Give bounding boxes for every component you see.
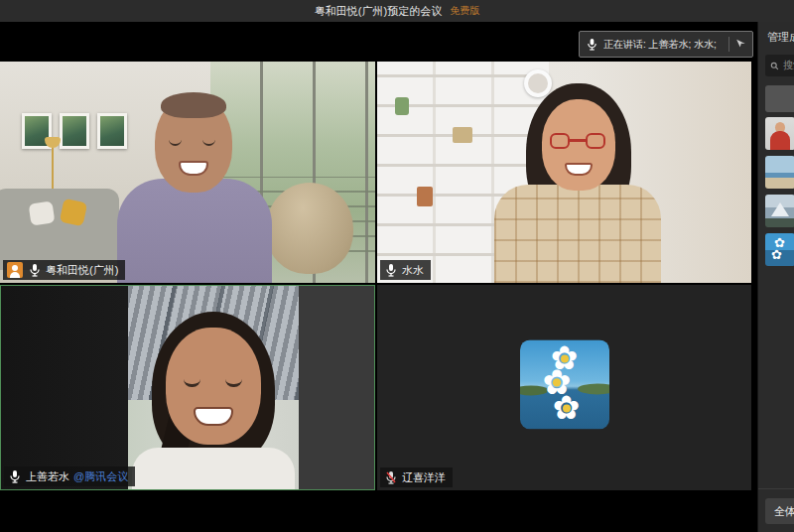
manage-members-panel: 管理成员 搜索成员 ✿ ✿ 全体静音 [757, 22, 794, 532]
mute-all-button[interactable]: 全体静音 [765, 498, 794, 524]
now-speaking-text: 正在讲话: 上善若水; 水水; [603, 38, 724, 52]
microphone-icon [28, 263, 42, 277]
participant-nameplate: 粤和田悦(广州) [3, 260, 125, 280]
member-thumbnail-daisies[interactable]: ✿ ✿ [765, 233, 794, 266]
active-audio-badge-icon [7, 262, 23, 278]
banner-divider [728, 37, 729, 52]
floor-lamp [52, 147, 54, 193]
member-thumbnail-mountain[interactable] [765, 195, 794, 227]
person-face [542, 99, 615, 191]
daisy-flower: ✿ [771, 248, 782, 261]
thumb-person-body [770, 131, 790, 150]
video-tile-host[interactable]: 粤和田悦(广州) [0, 27, 375, 283]
eye [202, 139, 215, 146]
shelf-item [395, 97, 409, 115]
panel-title: 管理成员 [767, 30, 794, 45]
microphone-icon [384, 263, 398, 277]
meeting-title: 粤和田悦(广州)预定的会议 [315, 4, 442, 19]
microphone-muted-icon [384, 470, 398, 484]
pillow [60, 199, 87, 226]
participant-name: 粤和田悦(广州) [46, 263, 118, 278]
participant-name: 辽喜洋洋 [402, 470, 446, 485]
participant-org-suffix[interactable]: @腾讯会议 [73, 469, 128, 484]
eye [169, 139, 182, 146]
participant-name: 水水 [402, 263, 424, 278]
glasses-lens [550, 133, 570, 149]
participant-nameplate: 上善若水 @腾讯会议 [4, 466, 135, 486]
wall-picture-frame [60, 113, 89, 149]
member-thumbnail-camera-off[interactable] [765, 85, 794, 112]
search-icon [770, 57, 779, 74]
video-feed-host [0, 62, 375, 283]
video-feed-portrait [128, 286, 299, 489]
wall-picture-frame [97, 113, 127, 149]
person-face [166, 328, 261, 445]
participant-nameplate: 辽喜洋洋 [380, 467, 453, 487]
round-wall-clock [524, 69, 552, 97]
person-face [155, 95, 232, 193]
video-feed-shuishui [377, 62, 751, 283]
microphone-icon [8, 469, 22, 483]
plaid-shirt [494, 185, 661, 283]
participant-nameplate: 水水 [380, 260, 431, 280]
couch [0, 189, 119, 270]
smile [194, 407, 233, 426]
title-bar: 粤和田悦(广州)预定的会议 免费版 [0, 0, 794, 22]
glasses-bridge [570, 139, 586, 142]
search-placeholder: 搜索成员 [783, 59, 794, 72]
participant-avatar-daisies: ✿ ✿ ✿ [520, 339, 609, 429]
video-tile-shuishui[interactable]: 水水 [377, 27, 751, 283]
participant-name: 上善若水 [26, 469, 69, 484]
collapse-arrow-icon[interactable] [734, 36, 747, 54]
panel-footer: 全体静音 [758, 488, 794, 532]
person-shoulders [117, 179, 272, 283]
pillow [29, 200, 56, 225]
plan-badge: 免费版 [450, 4, 479, 18]
glasses-lens [586, 133, 605, 149]
eye [184, 379, 200, 387]
microphone-icon [585, 38, 598, 52]
white-tshirt [132, 448, 295, 489]
meeting-window: 粤和田悦(广州)预定的会议 免费版 [0, 0, 794, 532]
eye [225, 379, 242, 387]
member-thumbnail-red-person[interactable] [765, 117, 794, 150]
video-tile-active-speaker[interactable]: 上善若水 @腾讯会议 [0, 285, 375, 490]
video-tile-camera-off[interactable]: ✿ ✿ ✿ 辽喜洋洋 [377, 285, 751, 490]
member-thumbnail-beach[interactable] [765, 156, 794, 189]
smile [179, 161, 208, 176]
shelf-item [453, 127, 472, 143]
smile [565, 163, 593, 176]
member-search-input[interactable]: 搜索成员 [765, 55, 794, 76]
bean-bag-chair [266, 183, 353, 274]
shelf-item [417, 187, 433, 206]
mountain-peak [771, 202, 789, 216]
now-speaking-banner[interactable]: 正在讲话: 上善若水; 水水; [579, 31, 753, 58]
daisy-flower: ✿ [550, 391, 584, 425]
